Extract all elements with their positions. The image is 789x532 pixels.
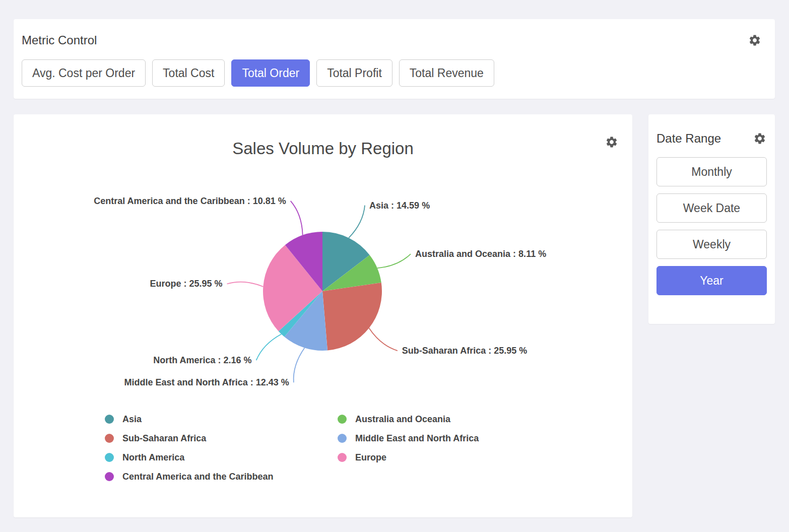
metric-control-panel: Metric Control Avg. Cost per OrderTotal … [14,19,775,99]
legend-label-north-america: North America [122,452,184,463]
chart-title: Sales Volume by Region [14,140,632,158]
metric-control-title: Metric Control [22,33,97,47]
date-range-title: Date Range [656,131,721,146]
date-range-button-week-date[interactable]: Week Date [656,193,767,223]
pie-label-line-sub-saharan-africa [369,328,397,351]
legend-item-australia-and-oceania[interactable]: Australia and Oceania [338,413,549,425]
date-range-button-group: MonthlyWeek DateWeeklyYear [656,157,767,295]
pie-label-line-middle-east-and-north-africa [294,348,305,383]
legend-item-north-america[interactable]: North America [105,451,338,463]
pie-label-north-america: North America : 2.16 % [153,355,251,365]
pie-label-line-europe [227,282,264,287]
legend-dot-sub-saharan-africa [105,434,114,443]
legend-item-asia[interactable]: Asia [105,413,338,425]
metric-button-total-order[interactable]: Total Order [231,59,310,87]
metric-control-header: Metric Control [22,33,762,47]
chart-header: Sales Volume by Region [14,114,632,158]
legend-label-asia: Asia [122,414,142,425]
pie-label-asia: Asia : 14.59 % [369,201,430,211]
legend-label-australia-and-oceania: Australia and Oceania [355,414,450,425]
date-range-gear-icon[interactable] [753,131,767,146]
chart-legend: AsiaAustralia and OceaniaSub-Saharan Afr… [105,413,632,483]
chart-settings-gear-icon[interactable] [605,135,619,149]
legend-dot-central-america-and-the-caribbean [105,472,114,481]
legend-label-middle-east-and-north-africa: Middle East and North Africa [355,433,479,444]
date-range-button-monthly[interactable]: Monthly [656,157,767,186]
metric-button-group: Avg. Cost per OrderTotal CostTotal Order… [22,59,762,87]
legend-item-middle-east-and-north-africa[interactable]: Middle East and North Africa [338,432,549,444]
legend-item-europe[interactable]: Europe [338,451,549,463]
dashboard-page: Metric Control Avg. Cost per OrderTotal … [0,0,789,517]
pie-label-australia-and-oceania: Australia and Oceania : 8.11 % [415,249,546,259]
pie-label-line-australia-and-oceania [377,254,411,268]
legend-dot-middle-east-and-north-africa [338,434,347,443]
metric-button-avg-cost-per-order[interactable]: Avg. Cost per Order [22,59,146,87]
pie-slice-sub-saharan-africa[interactable] [322,283,382,351]
pie-label-sub-saharan-africa: Sub-Saharan Africa : 25.95 % [402,346,527,356]
metric-button-total-revenue[interactable]: Total Revenue [399,59,494,87]
metric-button-total-profit[interactable]: Total Profit [316,59,392,87]
pie-label-central-america-and-the-caribbean: Central America and the Caribbean : 10.8… [94,196,286,206]
metric-settings-gear-icon[interactable] [748,33,762,47]
legend-item-central-america-and-the-caribbean[interactable]: Central America and the Caribbean [105,471,338,483]
pie-label-line-north-america [256,334,282,360]
legend-dot-australia-and-oceania [338,415,347,424]
pie-label-line-asia [349,206,365,238]
pie-chart[interactable]: Asia : 14.59 %Australia and Oceania : 8.… [14,158,632,394]
legend-dot-asia [105,415,114,424]
date-range-button-year[interactable]: Year [656,266,767,295]
date-range-panel: Date Range MonthlyWeek DateWeeklyYear [648,114,775,324]
legend-label-central-america-and-the-caribbean: Central America and the Caribbean [122,472,273,482]
main-row: Sales Volume by Region Asia : 14.59 %Aus… [14,114,775,517]
pie-label-europe: Europe : 25.95 % [150,279,222,289]
pie-label-middle-east-and-north-africa: Middle East and North Africa : 12.43 % [124,377,289,387]
date-range-button-weekly[interactable]: Weekly [656,230,767,259]
legend-dot-north-america [105,453,114,462]
legend-item-sub-saharan-africa[interactable]: Sub-Saharan Africa [105,432,338,444]
pie-label-line-central-america-and-the-caribbean [291,201,303,235]
date-range-header: Date Range [656,131,767,146]
legend-label-europe: Europe [355,452,386,463]
legend-label-sub-saharan-africa: Sub-Saharan Africa [122,433,206,444]
chart-panel: Sales Volume by Region Asia : 14.59 %Aus… [14,114,632,517]
metric-button-total-cost[interactable]: Total Cost [152,59,225,87]
legend-dot-europe [338,453,347,462]
